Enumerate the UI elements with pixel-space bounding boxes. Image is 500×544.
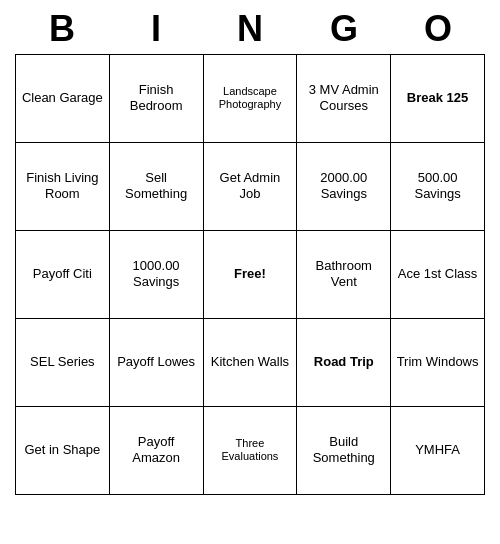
- cell-0-3: 3 MV Admin Courses: [297, 54, 391, 142]
- cell-0-0: Clean Garage: [16, 54, 110, 142]
- cell-1-4: 500.00 Savings: [391, 142, 485, 230]
- cell-0-4: Break 125: [391, 54, 485, 142]
- bingo-letter-I: I: [116, 8, 196, 50]
- cell-2-4: Ace 1st Class: [391, 230, 485, 318]
- cell-3-2: Kitchen Walls: [203, 318, 297, 406]
- cell-0-1: Finish Bedroom: [109, 54, 203, 142]
- bingo-letter-G: G: [304, 8, 384, 50]
- cell-0-2: Landscape Photography: [203, 54, 297, 142]
- cell-1-3: 2000.00 Savings: [297, 142, 391, 230]
- cell-3-3: Road Trip: [297, 318, 391, 406]
- cell-4-3: Build Something: [297, 406, 391, 494]
- cell-2-3: Bathroom Vent: [297, 230, 391, 318]
- bingo-letter-N: N: [210, 8, 290, 50]
- cell-2-2: Free!: [203, 230, 297, 318]
- cell-3-0: SEL Series: [16, 318, 110, 406]
- cell-3-1: Payoff Lowes: [109, 318, 203, 406]
- cell-2-0: Payoff Citi: [16, 230, 110, 318]
- bingo-letter-O: O: [398, 8, 478, 50]
- cell-4-4: YMHFA: [391, 406, 485, 494]
- cell-2-1: 1000.00 Savings: [109, 230, 203, 318]
- cell-4-0: Get in Shape: [16, 406, 110, 494]
- bingo-grid: Clean GarageFinish BedroomLandscape Phot…: [15, 54, 485, 495]
- cell-3-4: Trim Windows: [391, 318, 485, 406]
- cell-1-0: Finish Living Room: [16, 142, 110, 230]
- cell-1-2: Get Admin Job: [203, 142, 297, 230]
- cell-4-2: Three Evaluations: [203, 406, 297, 494]
- bingo-letter-B: B: [22, 8, 102, 50]
- cell-4-1: Payoff Amazon: [109, 406, 203, 494]
- bingo-title: BINGO: [15, 0, 485, 54]
- cell-1-1: Sell Something: [109, 142, 203, 230]
